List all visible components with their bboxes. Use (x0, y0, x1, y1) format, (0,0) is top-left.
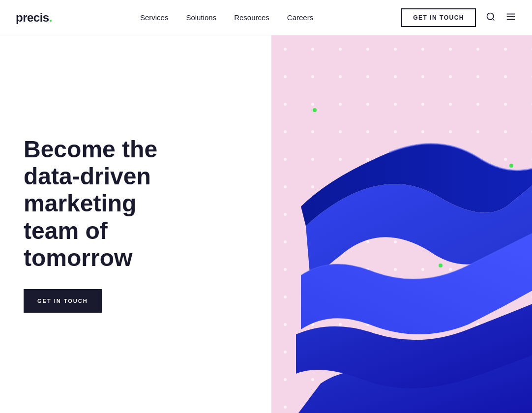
nav-resources[interactable]: Resources (234, 13, 269, 22)
hero-section: Become the data-driven marketing team of… (0, 35, 532, 413)
svg-point-0 (487, 13, 493, 19)
main-nav: Services Solutions Resources Careers (140, 13, 313, 22)
header-right: GET IN TOUCH (401, 8, 516, 27)
nav-careers[interactable]: Careers (287, 13, 313, 22)
svg-point-7 (313, 108, 317, 112)
hero-image-area (271, 35, 532, 413)
search-icon[interactable] (486, 12, 496, 24)
nav-services[interactable]: Services (140, 13, 169, 22)
header-cta-button[interactable]: GET IN TOUCH (401, 8, 476, 27)
hero-cta-button[interactable]: GET IN TOUCH (24, 289, 102, 313)
hamburger-menu-icon[interactable] (505, 11, 516, 24)
site-header: precis. Services Solutions Resources Car… (0, 0, 532, 35)
hero-title: Become the data-driven marketing team of… (24, 136, 181, 271)
svg-line-1 (493, 18, 495, 20)
logo-text: precis. (16, 11, 52, 24)
nav-solutions[interactable]: Solutions (186, 13, 216, 22)
hero-left: Become the data-driven marketing team of… (0, 35, 271, 413)
logo[interactable]: precis. (16, 11, 52, 25)
hero-ribbon-graphic (291, 128, 532, 413)
